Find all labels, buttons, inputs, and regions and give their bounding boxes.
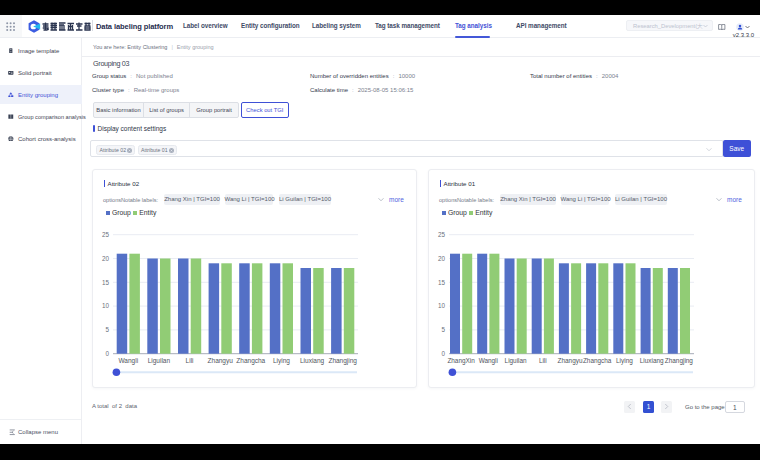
svg-text:0: 0: [105, 350, 109, 357]
svg-text:Liuxiang: Liuxiang: [640, 357, 664, 365]
svg-text:Liguilan: Liguilan: [148, 357, 171, 365]
svg-text:ZhangXin: ZhangXin: [447, 357, 475, 365]
svg-text:15: 15: [102, 279, 110, 286]
svg-text:Zhangcha: Zhangcha: [583, 357, 612, 365]
svg-text:20: 20: [102, 255, 110, 262]
svg-text:Zhangcha: Zhangcha: [236, 357, 265, 365]
svg-text:Liuxiang: Liuxiang: [300, 357, 325, 365]
svg-text:25: 25: [438, 231, 446, 238]
svg-text:Zhangjing: Zhangjing: [328, 357, 357, 365]
svg-text:Wangli: Wangli: [118, 357, 138, 365]
svg-text:Liguilan: Liguilan: [505, 357, 527, 365]
svg-text:10: 10: [102, 302, 110, 309]
svg-text:20: 20: [438, 255, 446, 262]
svg-text:Zhangjing: Zhangjing: [665, 357, 694, 365]
svg-text:15: 15: [438, 279, 446, 286]
svg-text:Liying: Liying: [273, 357, 290, 365]
svg-text:Zhangyu: Zhangyu: [208, 357, 234, 365]
svg-text:Liying: Liying: [616, 357, 633, 365]
svg-text:5: 5: [105, 326, 109, 333]
svg-text:Zhangyu: Zhangyu: [558, 357, 583, 365]
svg-text:Wangli: Wangli: [479, 357, 498, 365]
svg-text:Lili: Lili: [186, 357, 194, 364]
svg-text:25: 25: [102, 231, 110, 238]
svg-text:0: 0: [441, 350, 445, 357]
svg-text:5: 5: [441, 326, 445, 333]
svg-text:Lili: Lili: [539, 357, 547, 364]
svg-text:10: 10: [438, 302, 446, 309]
